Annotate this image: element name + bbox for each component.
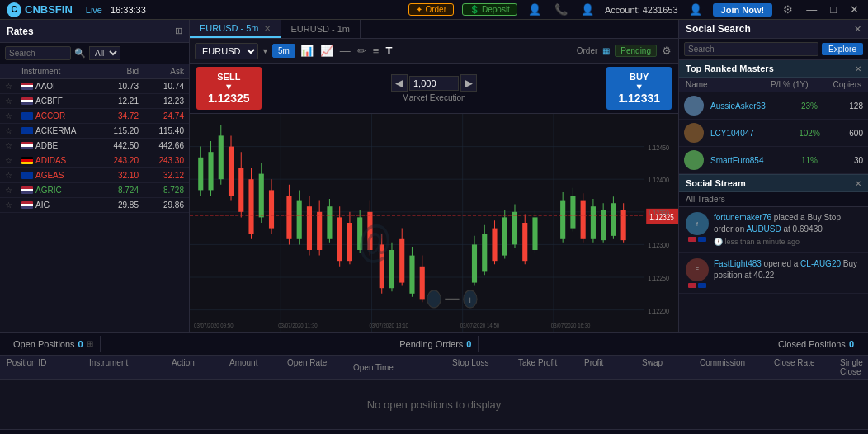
settings-icon[interactable]: ⚙ (781, 3, 795, 16)
profile-icon[interactable]: 👤 (578, 3, 597, 16)
pending-orders-count: 0 (466, 339, 471, 349)
maximize-icon[interactable]: □ (828, 3, 839, 16)
footer: OPEN P&L: 60.00 BALANCE: 60.00 EQUITY: 6… (0, 429, 868, 434)
timeframe-5m-button[interactable]: 5m (272, 44, 295, 58)
rates-filter-select[interactable]: All (89, 46, 120, 60)
col-single-close: Single Close (840, 358, 865, 376)
rates-list: ☆ AAOI 10.73 10.74 ☆ ACBFF 12.21 12.23 (0, 79, 189, 332)
flag-icon (21, 186, 33, 194)
candle-icon[interactable]: 📊 (299, 45, 315, 57)
tab-expand-icon: ⊞ (87, 339, 93, 348)
tab-eurusd-5m[interactable]: EURUSD - 5m ✕ (190, 20, 281, 38)
col-open-time: Open Time (353, 358, 452, 376)
flag-icon (21, 172, 33, 179)
social-panel: Social Search ✕ Explore Top Ranked Maste… (678, 20, 868, 332)
phone-icon[interactable]: 📞 (552, 3, 570, 16)
flag-icon (21, 127, 33, 134)
rates-title: Rates (7, 26, 34, 37)
col-instrument: Instrument (89, 358, 172, 376)
tab-open-positions[interactable]: Open Positions 0 ⊞ (7, 336, 101, 352)
rates-search-input[interactable] (5, 46, 71, 60)
master-row[interactable]: SmartEuro854 11% 30 (679, 147, 868, 174)
top-ranked-close-icon[interactable]: ✕ (855, 64, 861, 73)
stream-filter[interactable]: All Traders (679, 192, 868, 207)
text-tool-icon[interactable]: T (384, 45, 394, 57)
explore-button[interactable]: Explore (822, 43, 863, 55)
chart-area: EURUSD - 5m ✕ EURUSD - 1m EURUSD ▼ 5m 📊 … (190, 20, 678, 332)
tab-label: EURUSD - 5m (200, 23, 259, 33)
chart-toolbar: EURUSD ▼ 5m 📊 📈 — ✏ ≡ T Order ▦ Pending … (190, 39, 678, 64)
qty-increase-button[interactable]: ▶ (460, 74, 477, 92)
stream-avatar: F (686, 258, 709, 281)
join-button[interactable]: Join Now! (713, 3, 773, 17)
stream-item: f fortunemaker76 placed a Buy Stop order… (679, 207, 868, 253)
list-item[interactable]: ☆ AAOI 10.73 10.74 (0, 79, 189, 94)
svg-text:03/07/2020 11:30: 03/07/2020 11:30 (278, 322, 318, 328)
close-icon[interactable]: ✕ (847, 3, 861, 16)
list-item[interactable]: ☆ ACBFF 12.21 12.23 (0, 94, 189, 109)
list-item[interactable]: ☆ ADBE 442.50 442.66 (0, 139, 189, 153)
qty-decrease-button[interactable]: ◀ (391, 74, 408, 92)
dropdown-icon: ▼ (262, 47, 269, 55)
deposit-icon: 💲 (469, 5, 479, 14)
bottom-tabs: Open Positions 0 ⊞ Pending Orders 0 Clos… (0, 332, 868, 355)
sell-button[interactable]: SELL ▼ 1.12325 (196, 67, 262, 110)
social-close-icon[interactable]: ✕ (854, 24, 861, 35)
svg-text:1.12300: 1.12300 (648, 242, 669, 250)
draw-icon[interactable]: ✏ (356, 45, 368, 57)
top-ranked-title: Top Ranked Masters (686, 64, 774, 73)
rates-menu-icon[interactable]: ⊞ (175, 26, 182, 36)
top-ranked-header: Top Ranked Masters ✕ (679, 60, 868, 78)
buy-price: 1.12331 (618, 92, 660, 105)
sell-label: SELL (217, 72, 240, 82)
list-item[interactable]: ☆ ADIDAS 243.20 243.30 (0, 153, 189, 168)
order-button[interactable]: ✦ Order (408, 3, 454, 16)
user-icon[interactable]: 👤 (526, 3, 544, 16)
deposit-label: Deposit (482, 5, 510, 14)
list-item[interactable]: ☆ ACCOR 34.72 24.74 (0, 109, 189, 124)
flag-icon (21, 142, 33, 149)
star-icon: ☆ (5, 171, 21, 180)
master-row[interactable]: LCY104047 102% 600 (679, 120, 868, 147)
horizontal-line-icon[interactable]: — (338, 45, 352, 57)
social-search-input[interactable] (684, 42, 818, 56)
settings-chart-icon[interactable]: ⚙ (660, 45, 673, 57)
list-item[interactable]: ☆ ACKERMA 115.20 115.40 (0, 124, 189, 139)
trade-row: SELL ▼ 1.12325 ◀ ▶ Market Execution BUY … (190, 64, 678, 114)
star-icon: ☆ (5, 111, 21, 120)
svg-text:1.12400: 1.12400 (648, 176, 669, 184)
tab-eurusd-1m[interactable]: EURUSD - 1m (281, 20, 361, 38)
search-icon: 🔍 (74, 48, 86, 59)
flag-icon (21, 157, 33, 164)
stream-close-icon[interactable]: ✕ (855, 179, 861, 188)
buy-button[interactable]: BUY ▼ 1.12331 (606, 67, 672, 110)
menu-lines-icon[interactable]: ≡ (371, 45, 381, 57)
closed-positions-label: Closed Positions (778, 339, 846, 349)
social-header: Social Search ✕ (679, 20, 868, 39)
minimize-icon[interactable]: — (804, 3, 819, 16)
list-item[interactable]: ☆ AGEAS 32.10 32.12 (0, 168, 189, 183)
buy-label: BUY (630, 72, 649, 82)
tab-close-icon[interactable]: ✕ (264, 24, 271, 33)
svg-text:03/07/2020 09:50: 03/07/2020 09:50 (194, 322, 234, 328)
col-amount: Amount (229, 358, 287, 376)
star-icon: ☆ (5, 126, 21, 135)
master-avatar (684, 150, 704, 170)
tab-pending-orders[interactable]: Pending Orders 0 (393, 336, 479, 352)
logo-icon: C (7, 2, 21, 17)
qty-input[interactable] (409, 76, 459, 91)
tab-closed-positions[interactable]: Closed Positions 0 (771, 336, 861, 352)
empty-text: No open positions to display (367, 399, 502, 411)
line-chart-icon[interactable]: 📈 (318, 45, 335, 57)
account-icon[interactable]: 👤 (686, 3, 705, 16)
flag-icon (21, 112, 33, 120)
svg-text:1.12250: 1.12250 (648, 274, 669, 282)
list-item[interactable]: ☆ AGRIC 8.724 8.728 (0, 183, 189, 198)
svg-text:03/07/2020 14:50: 03/07/2020 14:50 (460, 322, 500, 328)
order-info: Order ▦ Pending (577, 45, 657, 57)
symbol-select[interactable]: EURUSD (195, 43, 258, 59)
list-item[interactable]: ☆ AIG 29.85 29.86 (0, 198, 189, 213)
deposit-button[interactable]: 💲 Deposit (462, 3, 517, 16)
master-row[interactable]: AussieAsker63 23% 128 (679, 92, 868, 120)
star-icon: ☆ (5, 156, 21, 165)
